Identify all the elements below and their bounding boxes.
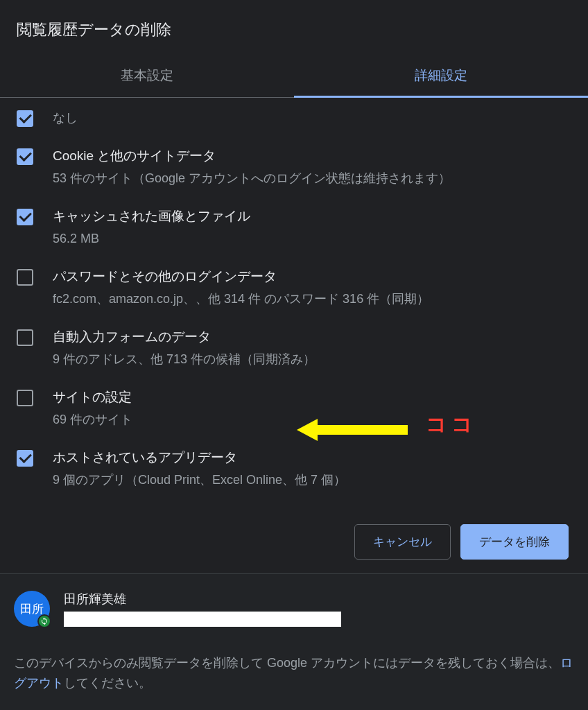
option-title: キャッシュされた画像とファイル — [53, 207, 571, 225]
option-passwords[interactable]: パスワードとその他のログインデータ fc2.com、amazon.co.jp、、… — [17, 258, 571, 318]
tab-bar: 基本設定 詳細設定 — [0, 54, 588, 98]
footer-text-after: してください。 — [64, 676, 151, 690]
option-desc: 69 件のサイト — [53, 410, 571, 429]
checkbox-autofill[interactable] — [17, 329, 33, 346]
footer-text-before: このデバイスからのみ閲覧データを削除して Google アカウントにはデータを残… — [14, 656, 560, 670]
checkbox-cookies[interactable] — [17, 148, 33, 165]
cancel-button[interactable]: キャンセル — [354, 524, 451, 560]
option-desc: fc2.com、amazon.co.jp、、他 314 件 のパスワード 316… — [53, 290, 571, 309]
option-title: ホストされているアプリデータ — [53, 449, 571, 467]
tab-basic[interactable]: 基本設定 — [0, 54, 294, 97]
option-site-settings[interactable]: サイトの設定 69 件のサイト — [17, 379, 571, 439]
option-desc: 9 個のアプリ（Cloud Print、Excel Online、他 7 個） — [53, 471, 571, 490]
avatar: 田所 — [14, 591, 50, 627]
account-email-redacted — [64, 612, 341, 627]
delete-data-button[interactable]: データを削除 — [460, 524, 569, 560]
footer-note: このデバイスからのみ閲覧データを削除して Google アカウントにはデータを残… — [0, 639, 588, 710]
option-title: サイトの設定 — [53, 388, 571, 406]
checkbox-passwords[interactable] — [17, 269, 33, 286]
option-desc: なし — [53, 109, 571, 128]
dialog-title: 閲覧履歴データの削除 — [0, 0, 588, 54]
dialog-buttons: キャンセル データを削除 — [0, 505, 588, 573]
avatar-text: 田所 — [20, 601, 44, 617]
option-desc: 53 件のサイト（Google アカウントへのログイン状態は維持されます） — [53, 169, 571, 188]
option-autofill[interactable]: 自動入力フォームのデータ 9 件のアドレス、他 713 件の候補（同期済み） — [17, 318, 571, 379]
option-cookies[interactable]: Cookie と他のサイトデータ 53 件のサイト（Google アカウントへの… — [17, 137, 571, 198]
checkbox-site-settings[interactable] — [17, 390, 33, 406]
option-desc: 9 件のアドレス、他 713 件の候補（同期済み） — [53, 350, 571, 369]
tab-advanced[interactable]: 詳細設定 — [294, 54, 588, 97]
option-title: 自動入力フォームのデータ — [53, 328, 571, 346]
clear-data-options: ダウンロード履歴 なし Cookie と他のサイトデータ 53 件のサイト（Go… — [0, 98, 588, 505]
option-hosted-app-data[interactable]: ホストされているアプリデータ 9 個のアプリ（Cloud Print、Excel… — [17, 439, 571, 499]
option-title: パスワードとその他のログインデータ — [53, 268, 571, 286]
account-name: 田所輝美雄 — [64, 591, 341, 607]
option-download-history[interactable]: ダウンロード履歴 なし — [17, 106, 571, 137]
option-cached-images[interactable]: キャッシュされた画像とファイル 56.2 MB — [17, 198, 571, 258]
checkbox-cached-images[interactable] — [17, 209, 33, 225]
option-desc: 56.2 MB — [53, 230, 571, 248]
sync-icon — [37, 614, 51, 628]
option-title: Cookie と他のサイトデータ — [53, 147, 571, 165]
account-section: 田所 田所輝美雄 — [0, 573, 588, 639]
checkbox-hosted-app-data[interactable] — [17, 450, 33, 467]
checkbox-download-history[interactable] — [17, 110, 33, 127]
